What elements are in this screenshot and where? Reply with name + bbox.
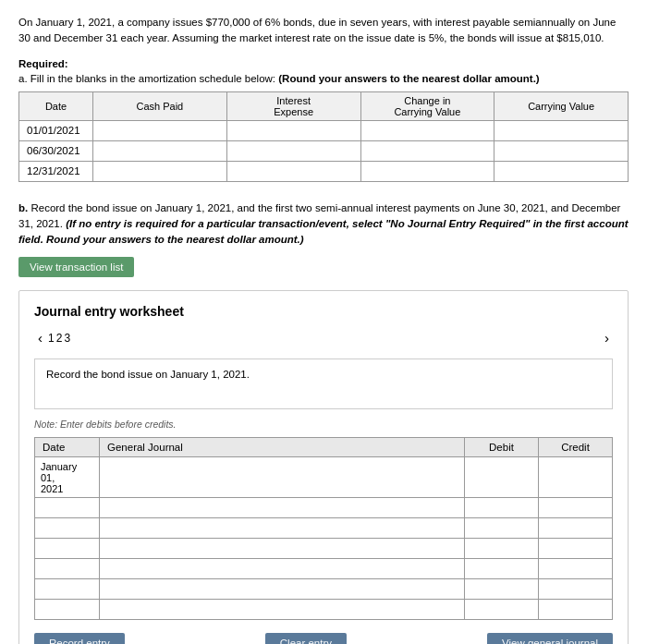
journal-row-1: January 01,2021 xyxy=(35,457,613,498)
journal-row-6 xyxy=(35,579,613,600)
jt-date-5 xyxy=(35,559,100,579)
jt-gj-6[interactable] xyxy=(100,579,465,600)
jt-date-1: January 01,2021 xyxy=(35,457,100,498)
note-text: Note: Enter debits before credits. xyxy=(34,419,613,430)
amort-row-1: 01/01/2021 xyxy=(19,120,629,140)
journal-row-7 xyxy=(35,600,613,620)
part-b-italic: (If no entry is required for a particula… xyxy=(18,218,629,245)
col-carrying-value: Carrying Value xyxy=(494,91,629,120)
required-label: Required: xyxy=(18,58,629,69)
journal-worksheet-title: Journal entry worksheet xyxy=(34,304,613,319)
journal-row-2 xyxy=(35,498,613,518)
journal-row-3 xyxy=(35,518,613,539)
journal-row-4 xyxy=(35,539,613,559)
jt-credit-6[interactable] xyxy=(539,579,613,600)
jt-credit-7[interactable] xyxy=(539,600,613,620)
amort-date-3: 12/31/2021 xyxy=(19,161,93,181)
amort-interest-1[interactable] xyxy=(226,120,360,140)
journal-table: Date General Journal Debit Credit Januar… xyxy=(34,437,613,620)
jt-debit-2[interactable] xyxy=(465,498,539,518)
jt-gj-7[interactable] xyxy=(100,600,465,620)
amort-change-1[interactable] xyxy=(360,120,494,140)
record-entry-button[interactable]: Record entry xyxy=(34,633,125,644)
journal-button-row: Record entry Clear entry View general jo… xyxy=(34,633,613,644)
amort-cash-3[interactable] xyxy=(93,161,227,181)
jt-debit-7[interactable] xyxy=(465,600,539,620)
col-cash-paid: Cash Paid xyxy=(93,91,227,120)
jt-gj-4[interactable] xyxy=(100,539,465,559)
col-date: Date xyxy=(19,91,93,120)
jt-col-credit: Credit xyxy=(539,438,613,457)
amort-row-2: 06/30/2021 xyxy=(19,140,629,161)
jt-col-debit: Debit xyxy=(465,438,539,457)
amort-interest-2[interactable] xyxy=(226,140,360,161)
jt-gj-1[interactable] xyxy=(100,457,465,498)
col-change-carrying: Change inCarrying Value xyxy=(360,91,494,120)
jt-credit-5[interactable] xyxy=(539,559,613,579)
tab-row: ‹ 1 2 3 › xyxy=(34,328,613,347)
tab-prev-button[interactable]: ‹ xyxy=(34,328,46,347)
tab-1[interactable]: 1 xyxy=(48,332,55,345)
col-interest-expense: InterestExpense xyxy=(226,91,360,120)
jt-gj-5[interactable] xyxy=(100,559,465,579)
jt-credit-2[interactable] xyxy=(539,498,613,518)
amortization-table: Date Cash Paid InterestExpense Change in… xyxy=(18,91,629,182)
jt-date-4 xyxy=(35,539,100,559)
amort-change-2[interactable] xyxy=(360,140,494,161)
part-a-note: (Round your answers to the nearest dolla… xyxy=(278,73,539,84)
part-b-label: b. xyxy=(18,202,28,213)
view-general-journal-button[interactable]: View general journal xyxy=(487,633,613,644)
amort-carrying-3[interactable] xyxy=(494,161,629,181)
amort-change-3[interactable] xyxy=(360,161,494,181)
jt-date-2 xyxy=(35,498,100,518)
jt-gj-2[interactable] xyxy=(100,498,465,518)
entry-description-box: Record the bond issue on January 1, 2021… xyxy=(34,358,613,409)
part-a-label: a. Fill in the blanks in the amortizatio… xyxy=(18,73,629,84)
amort-date-2: 06/30/2021 xyxy=(19,140,93,161)
tab-next-button[interactable]: › xyxy=(601,328,613,347)
amort-cash-2[interactable] xyxy=(93,140,227,161)
jt-debit-1[interactable] xyxy=(465,457,539,498)
part-b-text: b. Record the bond issue on January 1, 2… xyxy=(18,200,629,249)
jt-debit-5[interactable] xyxy=(465,559,539,579)
amort-date-1: 01/01/2021 xyxy=(19,120,93,140)
tab-3[interactable]: 3 xyxy=(64,332,70,345)
amort-carrying-1[interactable] xyxy=(494,120,629,140)
journal-row-5 xyxy=(35,559,613,579)
jt-gj-3[interactable] xyxy=(100,518,465,539)
amort-cash-1[interactable] xyxy=(93,120,227,140)
tab-2[interactable]: 2 xyxy=(56,332,63,345)
jt-debit-3[interactable] xyxy=(465,518,539,539)
intro-text: On January 1, 2021, a company issues $77… xyxy=(18,15,629,47)
amort-carrying-2[interactable] xyxy=(494,140,629,161)
jt-date-3 xyxy=(35,518,100,539)
jt-debit-6[interactable] xyxy=(465,579,539,600)
clear-entry-button[interactable]: Clear entry xyxy=(265,633,347,644)
jt-credit-4[interactable] xyxy=(539,539,613,559)
jt-date-7 xyxy=(35,600,100,620)
part-a-letter: a. Fill in the blanks in the amortizatio… xyxy=(18,73,278,84)
jt-credit-3[interactable] xyxy=(539,518,613,539)
jt-col-gj: General Journal xyxy=(100,438,465,457)
amort-row-3: 12/31/2021 xyxy=(19,161,629,181)
view-transaction-list-button[interactable]: View transaction list xyxy=(18,257,134,277)
jt-credit-1[interactable] xyxy=(539,457,613,498)
jt-debit-4[interactable] xyxy=(465,539,539,559)
amort-interest-3[interactable] xyxy=(226,161,360,181)
jt-col-date: Date xyxy=(35,438,100,457)
journal-entry-worksheet: Journal entry worksheet ‹ 1 2 3 › Record… xyxy=(18,290,629,644)
jt-date-6 xyxy=(35,579,100,600)
